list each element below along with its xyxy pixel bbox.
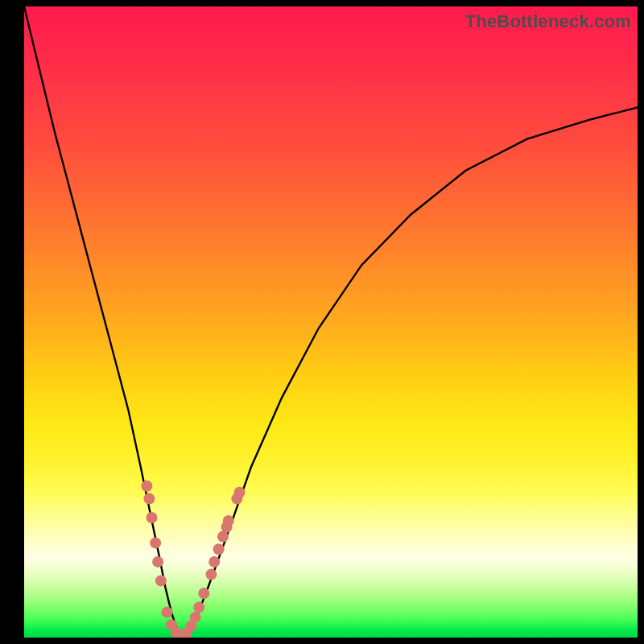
curve-marker	[155, 575, 167, 586]
curve-marker	[141, 481, 152, 492]
curve-marker	[190, 612, 201, 623]
curve-marker	[217, 531, 229, 543]
curve-marker	[171, 627, 182, 638]
bottleneck-curve	[24, 6, 638, 638]
curve-layer	[24, 6, 638, 638]
watermark-text: TheBottleneck.com	[465, 11, 631, 32]
curve-marker	[166, 619, 177, 630]
curve-marker	[234, 487, 246, 498]
curve-marker	[180, 628, 192, 638]
curve-marker	[185, 621, 196, 632]
curve-marker	[221, 522, 233, 533]
plot-area: TheBottleneck.com	[24, 6, 638, 638]
curve-marker	[152, 556, 163, 568]
curve-marker	[143, 493, 155, 505]
curve-marker	[150, 537, 161, 548]
curve-marker	[193, 601, 204, 613]
curve-marker	[231, 493, 242, 505]
curve-markers	[141, 481, 245, 638]
curve-marker	[198, 588, 209, 599]
curve-marker	[205, 569, 217, 580]
curve-marker	[208, 556, 220, 568]
chart-frame: TheBottleneck.com	[0, 0, 644, 644]
curve-marker	[213, 543, 225, 555]
curve-marker	[175, 630, 187, 638]
curve-marker	[147, 512, 158, 523]
curve-marker	[223, 515, 234, 526]
curve-marker	[162, 607, 173, 618]
